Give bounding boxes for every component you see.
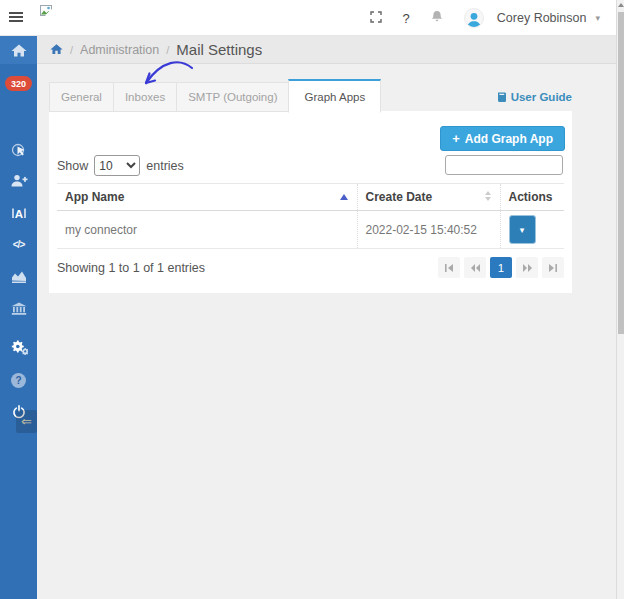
column-header-actions: Actions [500, 184, 564, 211]
sidebar-item-sessions[interactable] [0, 142, 37, 158]
chevron-down-icon[interactable]: ▾ [595, 13, 600, 23]
sidebar-item-archive[interactable]: A [0, 206, 37, 220]
sidebar-item-reports[interactable] [0, 270, 37, 283]
scrollbar-up-arrow[interactable] [618, 3, 624, 7]
column-header-create-date[interactable]: Create Date [357, 184, 500, 211]
plus-icon: + [452, 131, 460, 146]
sidebar-collapse-button[interactable]: ⇐ [16, 410, 37, 433]
last-page-button[interactable] [542, 257, 564, 278]
pagination: 1 [438, 257, 564, 278]
table-header-row: App Name Create Date Actions [57, 184, 564, 211]
sidebar-item-settings[interactable] [0, 339, 37, 355]
breadcrumb-separator: / [70, 44, 73, 56]
table-info: Showing 1 to 1 of 1 entries [57, 261, 205, 275]
row-actions-dropdown-button[interactable]: ▾ [509, 215, 536, 244]
avatar[interactable] [464, 8, 484, 28]
tab-graph-apps[interactable]: Graph Apps [288, 79, 381, 113]
page-title: Mail Settings [176, 41, 262, 58]
help-question-icon: ? [11, 373, 26, 388]
graph-apps-panel: + Add Graph App Show 10 entries App Name [49, 111, 572, 293]
fullscreen-icon[interactable] [370, 9, 382, 27]
cell-create-date: 2022-02-15 15:40:52 [357, 211, 500, 249]
breadcrumb-home-icon[interactable] [50, 41, 63, 59]
tab-general[interactable]: General [49, 82, 114, 112]
topbar-actions: ? Corey Robinson ▾ [370, 0, 600, 36]
topbar: ? Corey Robinson ▾ [0, 0, 624, 36]
next-page-button[interactable] [516, 257, 538, 278]
help-icon[interactable]: ? [403, 11, 410, 26]
broken-image-logo-icon [40, 4, 54, 22]
breadcrumb-separator: / [166, 44, 169, 56]
sort-ascending-icon [340, 194, 348, 200]
show-label: Show [57, 159, 88, 173]
tab-bar: General Inboxes SMTP (Outgoing) Graph Ap… [49, 79, 381, 112]
sidebar: 320 A </> [0, 36, 37, 599]
sidebar-item-institution[interactable] [0, 302, 37, 316]
entries-label: entries [146, 159, 184, 173]
sidebar-item-help[interactable]: ? [0, 373, 37, 388]
add-graph-app-label: Add Graph App [465, 132, 553, 146]
table-row: my connector 2022-02-15 15:40:52 ▾ [57, 211, 564, 249]
archive-letter: A [14, 208, 22, 220]
sidebar-item-code[interactable]: </> [0, 239, 37, 250]
sort-unsorted-icon [485, 191, 491, 201]
cell-actions: ▾ [500, 211, 564, 249]
page-number-button[interactable]: 1 [490, 257, 512, 278]
user-guide-link[interactable]: User Guide [497, 91, 572, 103]
previous-page-button[interactable] [464, 257, 486, 278]
vertical-scrollbar [616, 0, 624, 599]
column-header-app-name[interactable]: App Name [57, 184, 357, 211]
caret-down-icon: ▾ [520, 225, 525, 235]
app-window: ? Corey Robinson ▾ 320 [0, 0, 624, 599]
add-graph-app-button[interactable]: + Add Graph App [440, 126, 565, 151]
first-page-button[interactable] [438, 257, 460, 278]
user-menu[interactable]: Corey Robinson [497, 11, 587, 25]
sidebar-item-users[interactable] [0, 174, 37, 188]
book-icon [497, 91, 507, 103]
user-guide-label: User Guide [511, 91, 572, 103]
breadcrumb-section: Administration [80, 43, 159, 57]
tab-smtp-outgoing[interactable]: SMTP (Outgoing) [176, 82, 289, 112]
tab-inboxes[interactable]: Inboxes [113, 82, 177, 112]
menu-toggle-icon[interactable] [9, 12, 24, 23]
search-input[interactable] [445, 155, 563, 175]
page-length-control: Show 10 entries [57, 155, 184, 176]
notifications-bell-icon[interactable] [431, 9, 443, 27]
scrollbar-thumb[interactable] [618, 12, 624, 334]
breadcrumb: / Administration / Mail Settings [37, 36, 617, 64]
page-length-select[interactable]: 10 [94, 155, 140, 176]
notification-count-badge: 320 [5, 76, 32, 91]
sidebar-item-home[interactable] [0, 36, 37, 64]
graph-apps-table: App Name Create Date Actions my connecto… [57, 183, 564, 249]
cell-app-name: my connector [57, 211, 357, 249]
